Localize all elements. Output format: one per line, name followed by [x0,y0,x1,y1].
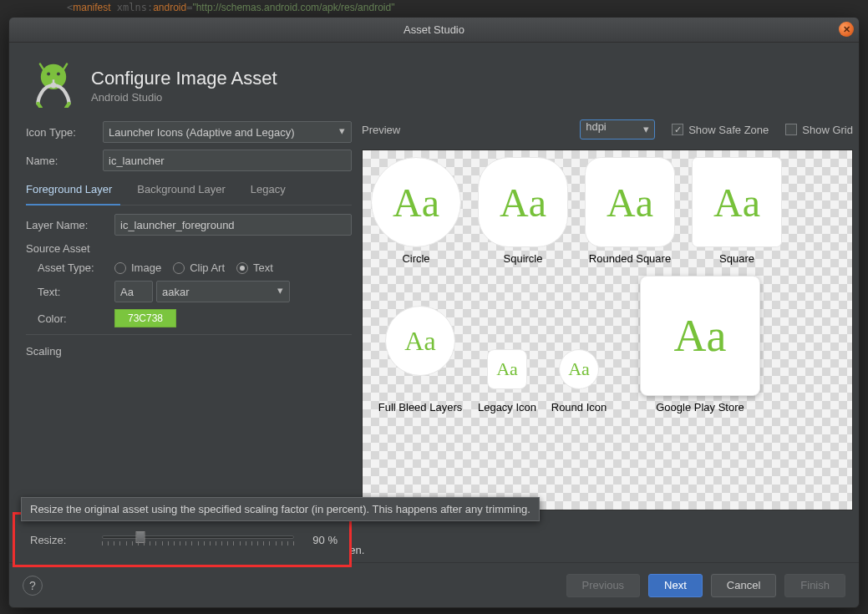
page-title: Configure Image Asset [91,68,277,89]
close-icon[interactable]: ✕ [839,22,854,37]
show-grid-checkbox[interactable]: Show Grid [785,124,853,136]
dialog-header: Configure Image Asset Android Studio [9,43,859,121]
cap-play-store: Google Play Store [656,401,744,414]
cancel-button[interactable]: Cancel [711,574,776,597]
cap-rounded-square: Rounded Square [589,252,671,265]
radio-text[interactable]: Text [236,261,273,274]
tab-foreground[interactable]: Foreground Layer [26,178,120,206]
page-subtitle: Android Studio [91,91,277,104]
tab-background[interactable]: Background Layer [137,178,234,205]
config-panel: Icon Type: Name: Foreground Layer Backgr… [26,121,357,537]
asset-type-label: Asset Type: [38,261,114,274]
resize-value: 90 % [301,534,338,546]
cap-legacy: Legacy Icon [478,401,536,414]
window-title: Asset Studio [404,23,464,36]
tab-legacy[interactable]: Legacy [251,178,294,205]
asset-studio-dialog: Asset Studio ✕ Configure Image Asset And… [8,17,860,608]
previous-button[interactable]: Previous [566,574,641,597]
density-select[interactable]: hdpi [580,119,655,140]
radio-text-label: Text [253,261,273,274]
layer-name-label: Layer Name: [26,219,114,231]
layer-name-input[interactable] [114,214,352,236]
cap-square: Square [719,252,754,265]
cap-circle: Circle [402,252,429,265]
titlebar[interactable]: Asset Studio ✕ [9,18,859,43]
preview-panel-wrapper: Preview hdpi ✓Show Safe Zone Show Grid A… [357,121,853,537]
resize-slider[interactable] [102,528,294,551]
color-label: Color: [38,312,114,325]
source-asset-title: Source Asset [26,242,352,255]
font-value[interactable] [156,281,290,302]
radio-clipart[interactable]: Clip Art [173,261,225,274]
android-studio-logo [31,63,76,108]
preview-label: Preview [362,124,400,136]
show-safe-zone-label: Show Safe Zone [688,124,769,136]
preview-canvas: Aa Circle Aa Squircle Aa Rounded Square … [362,150,853,510]
svg-point-3 [51,83,57,89]
show-grid-label: Show Grid [802,124,853,136]
layer-tabs: Foreground Layer Background Layer Legacy [26,178,352,206]
svg-point-1 [47,73,50,76]
show-safe-zone-checkbox[interactable]: ✓Show Safe Zone [672,124,769,136]
resize-label: Resize: [30,534,95,546]
name-input[interactable] [103,150,352,171]
radio-clipart-label: Clip Art [190,261,225,274]
icon-type-select[interactable] [103,121,352,143]
finish-button[interactable]: Finish [784,574,845,597]
density-value: hdpi [586,120,607,133]
name-label: Name: [26,155,103,167]
scaling-title: Scaling [26,345,352,358]
text-input[interactable] [114,281,153,302]
font-select[interactable] [156,281,290,302]
editor-background: <manifest xmlns:android="http://schemas.… [0,0,868,17]
svg-point-2 [57,73,60,76]
next-button[interactable]: Next [648,574,703,597]
radio-image[interactable]: Image [114,261,161,274]
icon-type-label: Icon Type: [26,126,103,139]
resize-tooltip: Resize the original asset using the spec… [21,497,540,521]
icon-type-value[interactable] [103,121,352,143]
cap-round: Round Icon [551,401,607,414]
dialog-footer: ? Previous Next Cancel Finish [9,562,859,607]
color-swatch[interactable]: 73C738 [114,309,176,327]
cap-full-bleed: Full Bleed Layers [378,401,462,414]
text-label: Text: [38,286,114,298]
radio-image-label: Image [131,261,161,274]
cap-squircle: Squircle [504,252,543,265]
help-icon[interactable]: ? [23,576,43,596]
